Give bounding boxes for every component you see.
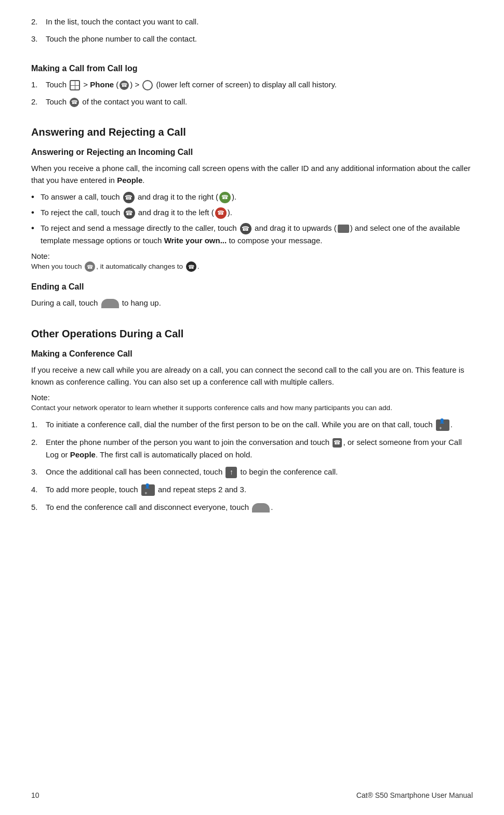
intro-item-1: 2. In the list, touch the contact you wa…	[31, 16, 473, 28]
answer-icon	[219, 192, 231, 203]
footer-text: Cat® S50 Smartphone User Manual	[356, 791, 473, 799]
phone-gray-icon-3	[240, 223, 251, 234]
ending-call-heading: Ending a Call	[31, 282, 473, 292]
page-number: 10	[31, 791, 39, 799]
answering-section: Answering and Rejecting a Call Answering…	[31, 126, 473, 272]
other-operations-section: Other Operations During a Call Making a …	[31, 328, 473, 514]
conference-step-1: 1. To initiate a conference call, dial t…	[31, 418, 473, 431]
addperson-icon	[436, 419, 449, 431]
answering-intro: When you receive a phone call, the incom…	[31, 162, 473, 187]
call-log-heading: Making a Call from Call log	[31, 64, 473, 73]
call-log-item-2: 2. Touch of the contact you want to call…	[31, 96, 473, 108]
bullet-answer: • To answer a call, touch and drag it to…	[31, 191, 473, 203]
bullet-reject-message: • To reject and send a message directly …	[31, 222, 473, 246]
answering-note-label: Note:	[31, 252, 473, 260]
conference-note-label: Note:	[31, 393, 473, 402]
intro-item-2: 3. Touch the phone number to call the co…	[31, 33, 473, 45]
merge-icon	[226, 467, 237, 478]
phone-gray-icon	[123, 192, 135, 203]
ending-call-text: During a call, touch to hang up.	[31, 297, 473, 309]
ending-call-section: Ending a Call During a call, touch to ha…	[31, 282, 473, 309]
reject-icon	[215, 207, 227, 219]
answering-heading: Answering and Rejecting a Call	[31, 126, 473, 138]
answering-note-text: When you touch , it automatically change…	[31, 261, 473, 272]
clock-icon	[142, 80, 153, 90]
phone-gray-icon-2	[124, 207, 135, 219]
conference-heading: Making a Conference Call	[31, 349, 473, 359]
answering-subsection-heading: Answering or Rejecting an Incoming Call	[31, 148, 473, 157]
conference-step-3: 3. Once the additional call has been con…	[31, 466, 473, 478]
hangup-icon-2	[252, 503, 270, 512]
msg-icon	[338, 225, 349, 233]
grid-icon	[70, 80, 80, 90]
addperson-icon-2	[141, 484, 155, 496]
phone-small-icon	[70, 98, 79, 107]
dark-circle-icon	[186, 261, 196, 272]
call-log-item-1: 1. Touch > Phone () > (lower left corner…	[31, 78, 473, 90]
conference-step-2: 2. Enter the phone number of the person …	[31, 436, 473, 461]
light-circle-icon	[85, 261, 95, 272]
other-operations-heading: Other Operations During a Call	[31, 328, 473, 340]
bullet-reject: • To reject the call, touch and drag it …	[31, 206, 473, 219]
conference-intro: If you receive a new call while you are …	[31, 364, 473, 388]
intro-numbered-items: 2. In the list, touch the contact you wa…	[31, 16, 473, 45]
conference-step-5: 5. To end the conference call and discon…	[31, 501, 473, 513]
call-log-section: Making a Call from Call log 1. Touch > P…	[31, 64, 473, 108]
conference-step-4: 4. To add more people, touch and repeat …	[31, 483, 473, 496]
conference-note-text: Contact your network operator to learn w…	[31, 403, 473, 413]
handset-icon	[333, 438, 342, 448]
phone-icon	[120, 81, 129, 90]
hangup-icon	[101, 299, 119, 308]
page-footer: 10 Cat® S50 Smartphone User Manual	[0, 791, 504, 799]
